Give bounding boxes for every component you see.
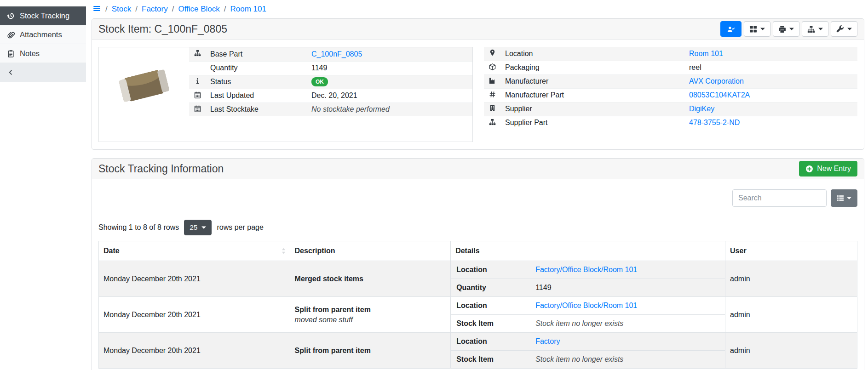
industry-icon — [489, 77, 496, 84]
detail-icon-cell — [484, 47, 500, 61]
detail-value: Room 101 — [684, 47, 857, 61]
column-header-label: User — [730, 247, 747, 255]
detail-value-text: Dec. 20, 2021 — [311, 91, 357, 99]
table-header-row: DateDescriptionDetailsUser — [99, 241, 857, 261]
calendar-icon — [194, 91, 201, 98]
detail-icon-cell — [189, 89, 206, 102]
toolbar-button-print-actions[interactable] — [773, 21, 799, 37]
toolbar-button-user-actions[interactable] — [720, 21, 742, 37]
tracking-detail-value-link[interactable]: Factory/Office Block/Room 101 — [535, 266, 637, 274]
toolbar-button-stock-actions[interactable] — [802, 21, 828, 37]
note-icon — [7, 50, 15, 57]
detail-label: Last Stocktake — [206, 102, 307, 116]
rows-per-page-text: rows per page — [217, 223, 263, 232]
tracking-detail-value-text: 1149 — [535, 284, 551, 292]
detail-value-link[interactable]: 478-3755-2-ND — [689, 119, 740, 126]
detail-value: 08053C104KAT2A — [684, 88, 857, 102]
column-header-date[interactable]: Date — [99, 241, 290, 261]
new-entry-button[interactable]: New Entry — [799, 161, 857, 176]
page-title: Stock Item: C_100nF_0805 — [98, 23, 227, 35]
sidebar-collapse-button[interactable] — [0, 63, 86, 82]
box-icon — [489, 63, 496, 70]
breadcrumb-separator: / — [105, 5, 108, 14]
breadcrumb-link-factory[interactable]: Factory — [142, 5, 168, 14]
details-left-body: Base PartC_100nF_0805Quantity1149StatusO… — [189, 47, 472, 116]
detail-value: No stocktake performed — [307, 102, 472, 116]
columns-dropdown-button[interactable] — [831, 189, 857, 207]
breadcrumb-link-office-block[interactable]: Office Block — [178, 5, 219, 14]
tracking-detail-label: Quantity — [456, 284, 535, 292]
page-size-dropdown[interactable]: 25 — [184, 220, 212, 235]
tracking-detail-label: Location — [456, 337, 535, 346]
search-input[interactable] — [732, 189, 827, 207]
tracking-detail-label: Stock Item — [456, 355, 535, 364]
detail-row: Last StocktakeNo stocktake performed — [189, 102, 472, 116]
detail-icon-cell — [189, 47, 206, 61]
detail-label: Last Updated — [206, 89, 307, 102]
table-row: Monday December 20th 2021Split from pare… — [99, 333, 857, 369]
detail-value-text: No stocktake performed — [311, 105, 390, 113]
detail-icon-cell — [484, 116, 500, 130]
detail-value: Dec. 20, 2021 — [307, 89, 472, 102]
stock-item-panel-heading: Stock Item: C_100nF_0805 — [92, 19, 864, 40]
column-header-details: Details — [451, 241, 725, 261]
capacitor-image — [109, 57, 178, 114]
column-header-description: Description — [290, 241, 451, 261]
entry-description: Merged stock items — [295, 275, 446, 283]
sidebar-nav: Stock TrackingAttachmentsNotes — [0, 6, 86, 63]
grid-icon — [749, 25, 757, 33]
detail-value-link[interactable]: C_100nF_0805 — [311, 50, 362, 58]
detail-value-link[interactable]: DigiKey — [689, 105, 714, 113]
tracking-panel-heading: Stock Tracking Information New Entry — [92, 159, 864, 179]
sidebar-item-attachments[interactable]: Attachments — [0, 25, 86, 44]
sidebar-item-stock-tracking[interactable]: Stock Tracking — [0, 6, 86, 25]
tracking-detail-row: LocationFactory/Office Block/Room 101 — [451, 297, 725, 315]
details-cell: LocationFactoryStock ItemStock item no l… — [451, 333, 725, 369]
detail-label: Supplier Part — [500, 116, 684, 130]
breadcrumb-separator: / — [172, 5, 174, 14]
detail-label: Manufacturer Part — [500, 88, 684, 102]
caret-down-icon — [847, 197, 851, 199]
breadcrumb-link-room-101[interactable]: Room 101 — [230, 5, 266, 14]
app-layout: Stock TrackingAttachmentsNotes /Stock/Fa… — [0, 0, 868, 370]
tracking-detail-value-text: Stock item no longer exists — [535, 355, 623, 364]
sitemap-icon — [194, 50, 201, 57]
tracking-detail-label: Location — [456, 266, 535, 274]
detail-value-text: 1149 — [311, 64, 327, 72]
tracking-detail-value-link[interactable]: Factory — [535, 337, 560, 346]
detail-icon-cell — [484, 74, 500, 88]
detail-value: DigiKey — [684, 102, 857, 116]
toolbar-button-edit-actions[interactable] — [831, 21, 857, 37]
detail-label: Manufacturer — [500, 74, 684, 88]
breadcrumb-link-stock[interactable]: Stock — [112, 5, 132, 14]
details-right-body: LocationRoom 101PackagingreelManufacture… — [484, 47, 857, 130]
detail-value-link[interactable]: AVX Corporation — [689, 77, 744, 85]
menu-toggle-button[interactable] — [92, 5, 101, 14]
detail-value: C_100nF_0805 — [307, 47, 472, 61]
sitemap-icon — [489, 119, 496, 125]
sort-icon — [281, 248, 286, 255]
history-icon — [7, 12, 15, 20]
sidebar-item-notes[interactable]: Notes — [0, 44, 86, 63]
detail-label: Base Part — [206, 47, 307, 61]
detail-value-link[interactable]: 08053C104KAT2A — [689, 91, 750, 99]
stock-item-details: Base PartC_100nF_0805Quantity1149StatusO… — [92, 40, 864, 149]
hashtag-icon — [489, 91, 496, 98]
tracking-detail-value-link[interactable]: Factory/Office Block/Room 101 — [535, 302, 637, 310]
bars-icon — [92, 5, 101, 12]
list-icon — [837, 194, 844, 202]
user-check-icon — [727, 25, 735, 33]
detail-label: Supplier — [500, 102, 684, 116]
user-cell: admin — [725, 297, 857, 333]
table-row: Monday December 20th 2021Split from pare… — [99, 297, 857, 333]
breadcrumb-separator: / — [135, 5, 138, 14]
tracking-detail-row: Stock ItemStock item no longer exists — [451, 351, 725, 368]
printer-icon — [778, 25, 786, 33]
detail-value-link[interactable]: Room 101 — [689, 50, 723, 57]
details-cell: LocationFactory/Office Block/Room 101Qua… — [451, 261, 725, 297]
toolbar-button-view-options[interactable] — [744, 21, 770, 37]
detail-icon-cell — [189, 75, 206, 89]
column-header-label: Description — [295, 247, 335, 255]
tracking-detail-row: Stock ItemStock item no longer exists — [451, 315, 725, 332]
tracking-detail-row: Quantity1149 — [451, 279, 725, 296]
